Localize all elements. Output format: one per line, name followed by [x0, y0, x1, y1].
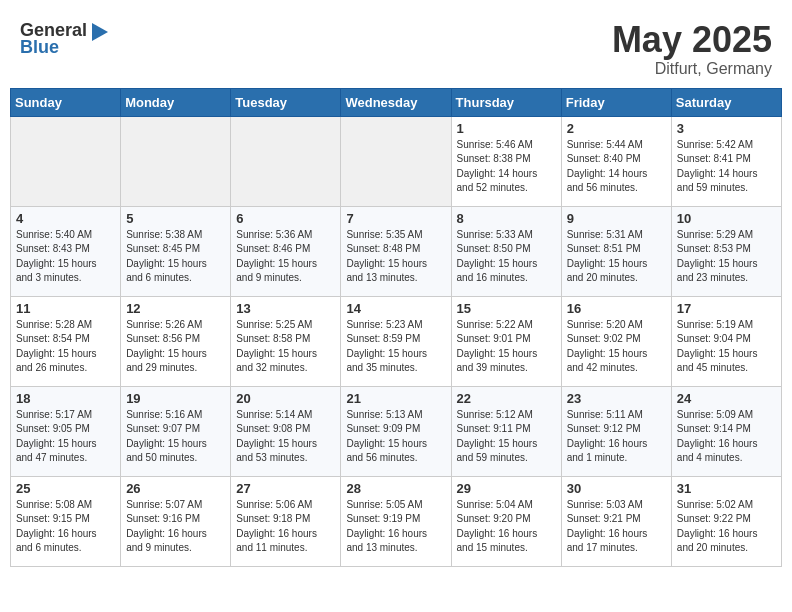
calendar-cell: [231, 116, 341, 206]
logo-blue-text: Blue: [20, 37, 59, 58]
calendar-cell: 18Sunrise: 5:17 AM Sunset: 9:05 PM Dayli…: [11, 386, 121, 476]
day-info: Sunrise: 5:11 AM Sunset: 9:12 PM Dayligh…: [567, 408, 666, 466]
calendar-header-row: SundayMondayTuesdayWednesdayThursdayFrid…: [11, 88, 782, 116]
calendar-subtitle: Ditfurt, Germany: [612, 60, 772, 78]
calendar-cell: 15Sunrise: 5:22 AM Sunset: 9:01 PM Dayli…: [451, 296, 561, 386]
calendar-cell: 4Sunrise: 5:40 AM Sunset: 8:43 PM Daylig…: [11, 206, 121, 296]
day-number: 1: [457, 121, 556, 136]
day-info: Sunrise: 5:13 AM Sunset: 9:09 PM Dayligh…: [346, 408, 445, 466]
day-number: 14: [346, 301, 445, 316]
title-area: May 2025 Ditfurt, Germany: [612, 20, 772, 78]
day-number: 23: [567, 391, 666, 406]
calendar-cell: 25Sunrise: 5:08 AM Sunset: 9:15 PM Dayli…: [11, 476, 121, 566]
day-info: Sunrise: 5:19 AM Sunset: 9:04 PM Dayligh…: [677, 318, 776, 376]
day-number: 10: [677, 211, 776, 226]
day-info: Sunrise: 5:38 AM Sunset: 8:45 PM Dayligh…: [126, 228, 225, 286]
logo-arrow-icon: [92, 23, 108, 41]
day-number: 5: [126, 211, 225, 226]
day-number: 15: [457, 301, 556, 316]
calendar-week-row: 11Sunrise: 5:28 AM Sunset: 8:54 PM Dayli…: [11, 296, 782, 386]
day-number: 17: [677, 301, 776, 316]
day-info: Sunrise: 5:23 AM Sunset: 8:59 PM Dayligh…: [346, 318, 445, 376]
day-number: 4: [16, 211, 115, 226]
day-of-week-sunday: Sunday: [11, 88, 121, 116]
calendar-cell: 22Sunrise: 5:12 AM Sunset: 9:11 PM Dayli…: [451, 386, 561, 476]
day-of-week-saturday: Saturday: [671, 88, 781, 116]
day-info: Sunrise: 5:31 AM Sunset: 8:51 PM Dayligh…: [567, 228, 666, 286]
day-info: Sunrise: 5:17 AM Sunset: 9:05 PM Dayligh…: [16, 408, 115, 466]
day-number: 2: [567, 121, 666, 136]
day-number: 29: [457, 481, 556, 496]
day-info: Sunrise: 5:04 AM Sunset: 9:20 PM Dayligh…: [457, 498, 556, 556]
header: General Blue May 2025 Ditfurt, Germany: [10, 10, 782, 83]
calendar-cell: 27Sunrise: 5:06 AM Sunset: 9:18 PM Dayli…: [231, 476, 341, 566]
calendar-cell: 2Sunrise: 5:44 AM Sunset: 8:40 PM Daylig…: [561, 116, 671, 206]
calendar-cell: 9Sunrise: 5:31 AM Sunset: 8:51 PM Daylig…: [561, 206, 671, 296]
calendar-title: May 2025: [612, 20, 772, 60]
calendar-cell: 19Sunrise: 5:16 AM Sunset: 9:07 PM Dayli…: [121, 386, 231, 476]
day-info: Sunrise: 5:40 AM Sunset: 8:43 PM Dayligh…: [16, 228, 115, 286]
day-info: Sunrise: 5:14 AM Sunset: 9:08 PM Dayligh…: [236, 408, 335, 466]
calendar-cell: [11, 116, 121, 206]
calendar-cell: [341, 116, 451, 206]
calendar-cell: 8Sunrise: 5:33 AM Sunset: 8:50 PM Daylig…: [451, 206, 561, 296]
day-info: Sunrise: 5:29 AM Sunset: 8:53 PM Dayligh…: [677, 228, 776, 286]
day-info: Sunrise: 5:12 AM Sunset: 9:11 PM Dayligh…: [457, 408, 556, 466]
day-number: 25: [16, 481, 115, 496]
day-number: 26: [126, 481, 225, 496]
calendar-table: SundayMondayTuesdayWednesdayThursdayFrid…: [10, 88, 782, 567]
day-of-week-wednesday: Wednesday: [341, 88, 451, 116]
day-of-week-monday: Monday: [121, 88, 231, 116]
day-info: Sunrise: 5:07 AM Sunset: 9:16 PM Dayligh…: [126, 498, 225, 556]
calendar-cell: 6Sunrise: 5:36 AM Sunset: 8:46 PM Daylig…: [231, 206, 341, 296]
calendar-cell: 28Sunrise: 5:05 AM Sunset: 9:19 PM Dayli…: [341, 476, 451, 566]
calendar-cell: 7Sunrise: 5:35 AM Sunset: 8:48 PM Daylig…: [341, 206, 451, 296]
day-of-week-tuesday: Tuesday: [231, 88, 341, 116]
calendar-cell: 5Sunrise: 5:38 AM Sunset: 8:45 PM Daylig…: [121, 206, 231, 296]
day-info: Sunrise: 5:42 AM Sunset: 8:41 PM Dayligh…: [677, 138, 776, 196]
day-number: 3: [677, 121, 776, 136]
day-info: Sunrise: 5:22 AM Sunset: 9:01 PM Dayligh…: [457, 318, 556, 376]
day-number: 16: [567, 301, 666, 316]
calendar-cell: 21Sunrise: 5:13 AM Sunset: 9:09 PM Dayli…: [341, 386, 451, 476]
calendar-cell: 30Sunrise: 5:03 AM Sunset: 9:21 PM Dayli…: [561, 476, 671, 566]
calendar-cell: 16Sunrise: 5:20 AM Sunset: 9:02 PM Dayli…: [561, 296, 671, 386]
calendar-cell: 24Sunrise: 5:09 AM Sunset: 9:14 PM Dayli…: [671, 386, 781, 476]
calendar-week-row: 25Sunrise: 5:08 AM Sunset: 9:15 PM Dayli…: [11, 476, 782, 566]
day-info: Sunrise: 5:36 AM Sunset: 8:46 PM Dayligh…: [236, 228, 335, 286]
day-info: Sunrise: 5:02 AM Sunset: 9:22 PM Dayligh…: [677, 498, 776, 556]
day-number: 8: [457, 211, 556, 226]
day-info: Sunrise: 5:09 AM Sunset: 9:14 PM Dayligh…: [677, 408, 776, 466]
day-info: Sunrise: 5:35 AM Sunset: 8:48 PM Dayligh…: [346, 228, 445, 286]
calendar-cell: 17Sunrise: 5:19 AM Sunset: 9:04 PM Dayli…: [671, 296, 781, 386]
day-number: 31: [677, 481, 776, 496]
day-number: 9: [567, 211, 666, 226]
calendar-cell: 29Sunrise: 5:04 AM Sunset: 9:20 PM Dayli…: [451, 476, 561, 566]
day-number: 20: [236, 391, 335, 406]
day-of-week-thursday: Thursday: [451, 88, 561, 116]
day-info: Sunrise: 5:33 AM Sunset: 8:50 PM Dayligh…: [457, 228, 556, 286]
calendar-week-row: 1Sunrise: 5:46 AM Sunset: 8:38 PM Daylig…: [11, 116, 782, 206]
calendar-cell: [121, 116, 231, 206]
calendar-cell: 11Sunrise: 5:28 AM Sunset: 8:54 PM Dayli…: [11, 296, 121, 386]
calendar-cell: 10Sunrise: 5:29 AM Sunset: 8:53 PM Dayli…: [671, 206, 781, 296]
day-number: 11: [16, 301, 115, 316]
calendar-cell: 1Sunrise: 5:46 AM Sunset: 8:38 PM Daylig…: [451, 116, 561, 206]
day-number: 27: [236, 481, 335, 496]
day-number: 21: [346, 391, 445, 406]
day-number: 24: [677, 391, 776, 406]
day-info: Sunrise: 5:05 AM Sunset: 9:19 PM Dayligh…: [346, 498, 445, 556]
calendar-week-row: 18Sunrise: 5:17 AM Sunset: 9:05 PM Dayli…: [11, 386, 782, 476]
day-number: 30: [567, 481, 666, 496]
day-of-week-friday: Friday: [561, 88, 671, 116]
day-info: Sunrise: 5:26 AM Sunset: 8:56 PM Dayligh…: [126, 318, 225, 376]
day-number: 28: [346, 481, 445, 496]
day-info: Sunrise: 5:16 AM Sunset: 9:07 PM Dayligh…: [126, 408, 225, 466]
day-info: Sunrise: 5:20 AM Sunset: 9:02 PM Dayligh…: [567, 318, 666, 376]
day-info: Sunrise: 5:28 AM Sunset: 8:54 PM Dayligh…: [16, 318, 115, 376]
calendar-cell: 12Sunrise: 5:26 AM Sunset: 8:56 PM Dayli…: [121, 296, 231, 386]
calendar-cell: 13Sunrise: 5:25 AM Sunset: 8:58 PM Dayli…: [231, 296, 341, 386]
day-info: Sunrise: 5:44 AM Sunset: 8:40 PM Dayligh…: [567, 138, 666, 196]
day-info: Sunrise: 5:06 AM Sunset: 9:18 PM Dayligh…: [236, 498, 335, 556]
day-number: 13: [236, 301, 335, 316]
